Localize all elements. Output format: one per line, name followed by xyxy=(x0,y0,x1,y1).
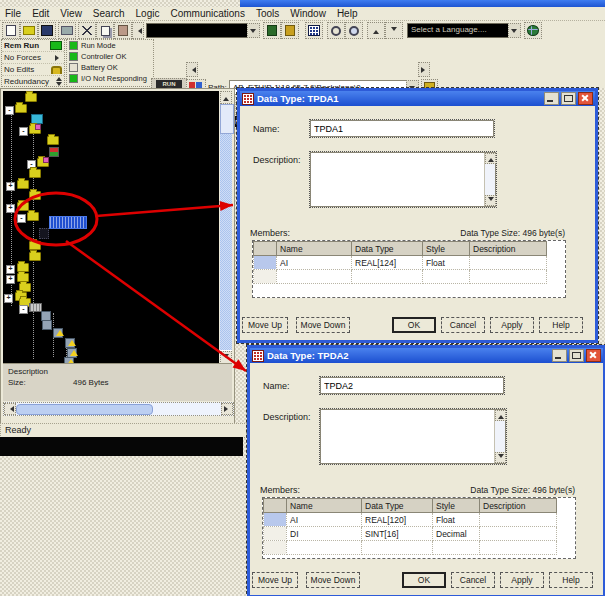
name-input[interactable] xyxy=(311,121,493,136)
tree-expander-minus-icon[interactable]: - xyxy=(17,214,26,223)
palette-scroll-right-button[interactable] xyxy=(418,62,430,77)
tree-item-warn-icon[interactable] xyxy=(53,328,63,338)
menu-tools[interactable]: Tools xyxy=(256,8,279,19)
tree-expander-plus-icon[interactable]: + xyxy=(6,265,15,274)
member-cell[interactable]: REAL[120] xyxy=(362,513,433,527)
member-cell[interactable] xyxy=(423,270,470,284)
maximize-icon[interactable] xyxy=(569,349,584,362)
tree-selected-item[interactable] xyxy=(49,216,87,229)
row-selector[interactable] xyxy=(264,541,287,555)
controller-organizer-tree[interactable]: ---++-+++- xyxy=(3,91,219,363)
member-cell[interactable] xyxy=(277,270,352,284)
member-cell[interactable] xyxy=(480,527,557,541)
help-button[interactable]: Help xyxy=(539,317,583,333)
member-cell[interactable] xyxy=(433,541,480,555)
member-cell[interactable] xyxy=(362,541,433,555)
controller-mode-indicator[interactable]: Rem Run xyxy=(2,40,64,52)
language-combobox-arrow[interactable] xyxy=(508,23,521,38)
edits-indicator[interactable]: No Edits xyxy=(2,64,64,76)
member-cell[interactable] xyxy=(480,513,557,527)
tree-item-folder-icon[interactable] xyxy=(47,136,59,145)
member-cell[interactable]: REAL[124] xyxy=(352,256,423,270)
menu-view[interactable]: View xyxy=(60,8,82,19)
zoom-in-button[interactable] xyxy=(367,22,385,39)
tree-item-folder-pink-icon[interactable] xyxy=(29,125,41,134)
scroll-up-icon[interactable] xyxy=(495,410,506,421)
browse-logic-button[interactable] xyxy=(305,22,323,39)
dialog-titlebar[interactable]: Data Type: TPDA2 xyxy=(250,348,603,363)
menu-search[interactable]: Search xyxy=(93,8,125,19)
member-cell[interactable] xyxy=(470,270,547,284)
move-down-button[interactable]: Move Down xyxy=(296,317,350,333)
member-cell[interactable]: AI xyxy=(277,256,352,270)
tree-item-folder-icon[interactable] xyxy=(29,169,41,178)
row-selector[interactable] xyxy=(264,527,287,541)
member-cell[interactable]: Float xyxy=(423,256,470,270)
zoom-out-button[interactable] xyxy=(385,22,403,39)
tree-hscrollbar-thumb[interactable] xyxy=(16,404,153,415)
palette-scroll-left-button[interactable] xyxy=(186,62,198,77)
member-cell[interactable] xyxy=(470,256,547,270)
globe-icon[interactable] xyxy=(524,22,542,39)
row-selector[interactable] xyxy=(254,270,277,284)
tree-item-folder-icon[interactable] xyxy=(17,180,29,189)
scroll-up-icon[interactable] xyxy=(220,91,232,104)
description-scrollbar[interactable] xyxy=(484,153,495,206)
member-cell[interactable] xyxy=(352,270,423,284)
copy-icon[interactable] xyxy=(96,22,114,39)
menu-file[interactable]: File xyxy=(5,8,21,19)
member-cell[interactable] xyxy=(480,541,557,555)
ok-button[interactable]: OK xyxy=(392,317,436,333)
tree-item-module-color-icon[interactable] xyxy=(49,147,59,157)
member-cell[interactable]: AI xyxy=(287,513,362,527)
cancel-button[interactable]: Cancel xyxy=(451,572,495,588)
tree-expander-plus-icon[interactable]: + xyxy=(6,275,15,284)
tree-item-folder-pink-icon[interactable] xyxy=(37,158,49,167)
menu-help[interactable]: Help xyxy=(337,8,358,19)
tree-vertical-scrollbar[interactable] xyxy=(220,91,232,363)
find-button[interactable] xyxy=(327,22,345,39)
close-icon[interactable] xyxy=(578,92,593,105)
member-cell[interactable]: Float xyxy=(433,513,480,527)
tree-item-module-icon[interactable] xyxy=(42,320,52,330)
tree-item-folder-icon[interactable] xyxy=(25,93,37,102)
row-selector[interactable] xyxy=(264,513,287,527)
verify-button[interactable] xyxy=(263,22,281,39)
minimize-icon[interactable] xyxy=(544,92,559,105)
language-combobox[interactable]: Select a Language.... xyxy=(407,23,509,38)
tree-item-ghost-icon[interactable] xyxy=(39,228,49,239)
scroll-down-icon[interactable] xyxy=(495,452,506,463)
help-button[interactable]: Help xyxy=(549,572,593,588)
maximize-icon[interactable] xyxy=(561,92,576,105)
tree-expander-minus-icon[interactable]: - xyxy=(19,127,28,136)
new-button[interactable] xyxy=(2,22,20,39)
print-button[interactable] xyxy=(58,22,76,39)
redundancy-indicator[interactable]: Redundancy xyxy=(2,76,64,87)
tree-item-folder-icon[interactable] xyxy=(29,191,41,200)
menu-edit[interactable]: Edit xyxy=(32,8,49,19)
row-selector[interactable] xyxy=(254,256,277,270)
cut-icon[interactable] xyxy=(78,22,96,39)
tree-expander-plus-icon[interactable]: + xyxy=(6,204,15,213)
member-cell[interactable]: SINT[16] xyxy=(362,527,433,541)
menu-logic[interactable]: Logic xyxy=(136,8,160,19)
undo-button[interactable] xyxy=(132,22,144,39)
menu-communications[interactable]: Communications xyxy=(170,8,244,19)
minimize-icon[interactable] xyxy=(552,349,567,362)
tree-item-folder-icon[interactable] xyxy=(29,241,41,250)
element-combobox[interactable] xyxy=(146,23,248,38)
find-next-button[interactable] xyxy=(345,22,363,39)
apply-button[interactable]: Apply xyxy=(500,572,544,588)
tree-expander-plus-icon[interactable]: + xyxy=(6,182,15,191)
description-scrollbar[interactable] xyxy=(494,410,505,463)
tree-item-folder-icon[interactable] xyxy=(27,212,39,221)
close-icon[interactable] xyxy=(586,349,601,362)
apply-button[interactable]: Apply xyxy=(490,317,534,333)
tree-expander-plus-icon[interactable]: + xyxy=(4,294,13,303)
move-down-button[interactable]: Move Down xyxy=(306,572,360,588)
description-textarea[interactable] xyxy=(310,152,496,207)
description-textarea[interactable] xyxy=(320,409,506,464)
move-up-button[interactable]: Move Up xyxy=(252,572,298,588)
element-combobox-arrow[interactable] xyxy=(247,23,260,38)
forces-indicator[interactable]: No Forces xyxy=(2,52,64,64)
